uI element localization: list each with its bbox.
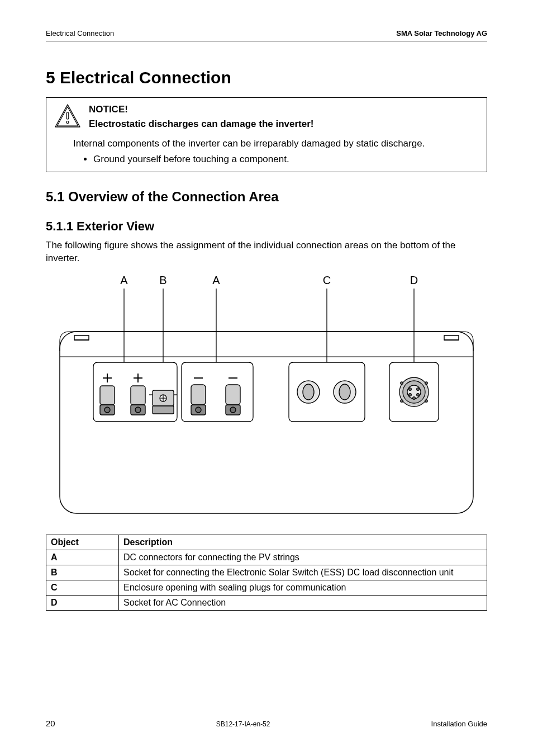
svg-point-45 [417, 394, 420, 396]
svg-point-48 [425, 382, 427, 384]
svg-rect-17 [131, 386, 145, 405]
intro-paragraph: The following figure shows the assignmen… [46, 239, 487, 265]
svg-point-14 [104, 407, 110, 413]
notice-triangle-icon [54, 103, 81, 130]
svg-point-44 [409, 394, 412, 396]
table-header-object: Object [46, 535, 119, 550]
object-description-table: Object Description A DC connectors for c… [46, 535, 487, 611]
svg-point-43 [417, 388, 420, 391]
svg-rect-2 [66, 112, 69, 119]
table-cell-description: Socket for connecting the Electronic Sol… [119, 565, 487, 580]
svg-point-19 [135, 407, 141, 413]
table-cell-object: B [46, 565, 119, 580]
header-rule [46, 41, 487, 41]
svg-point-49 [401, 400, 403, 402]
page: Electrical Connection SMA Solar Technolo… [0, 0, 533, 756]
svg-rect-28 [191, 385, 206, 405]
subsection-heading: 5.1.1 Exterior View [46, 219, 487, 234]
exterior-view-figure: A B A C D [46, 273, 487, 519]
notice-box: NOTICE! Electrostatic discharges can dam… [46, 97, 487, 172]
svg-point-3 [66, 121, 69, 124]
svg-rect-4 [60, 332, 473, 513]
figure-label-a1: A [120, 274, 128, 286]
running-header: Electrical Connection SMA Solar Technolo… [46, 29, 487, 37]
notice-body-text: Internal components of the inverter can … [73, 138, 479, 149]
header-right: SMA Solar Technology AG [396, 29, 487, 37]
svg-point-46 [413, 397, 416, 400]
svg-point-34 [230, 407, 236, 413]
svg-point-50 [425, 400, 427, 402]
footer-guide-label: Installation Guide [431, 720, 487, 728]
chapter-heading: 5 Electrical Connection [46, 68, 487, 87]
figure-label-c: C [323, 274, 331, 286]
notice-bullet-list: Ground yourself before touching a compon… [93, 154, 479, 165]
notice-subheading: Electrostatic discharges can damage the … [89, 119, 314, 130]
header-left: Electrical Connection [46, 29, 114, 37]
table-cell-description: Enclosure opening with sealing plugs for… [119, 580, 487, 595]
notice-header-row: NOTICE! Electrostatic discharges can dam… [54, 103, 479, 130]
svg-rect-32 [226, 385, 240, 405]
figure-label-d: D [410, 274, 418, 286]
exterior-view-svg: A B A C D [54, 273, 479, 519]
section-heading: 5.1 Overview of the Connection Area [46, 189, 487, 205]
table-row: D Socket for AC Connection [46, 595, 487, 610]
figure-label-a2: A [212, 274, 220, 286]
table-row: B Socket for connecting the Electronic S… [46, 565, 487, 580]
table-cell-description: DC connectors for connecting the PV stri… [119, 550, 487, 565]
svg-rect-12 [100, 386, 115, 405]
svg-rect-7 [444, 336, 459, 340]
table-header-row: Object Description [46, 535, 487, 550]
svg-point-42 [409, 388, 412, 391]
table-row: A DC connectors for connecting the PV st… [46, 550, 487, 565]
table-cell-description: Socket for AC Connection [119, 595, 487, 610]
page-footer: 20 SB12-17-IA-en-52 Installation Guide [46, 719, 487, 728]
svg-point-30 [196, 407, 201, 413]
svg-point-47 [401, 382, 403, 384]
notice-bullet-item: Ground yourself before touching a compon… [93, 154, 479, 165]
table-cell-object: C [46, 580, 119, 595]
footer-doc-id: SB12-17-IA-en-52 [216, 720, 270, 728]
table-header-description: Description [119, 535, 487, 550]
figure-label-b: B [159, 274, 166, 286]
footer-page-number: 20 [46, 719, 55, 728]
table-cell-object: D [46, 595, 119, 610]
svg-rect-21 [153, 406, 174, 414]
svg-rect-5 [74, 336, 89, 340]
table-cell-object: A [46, 550, 119, 565]
table-row: C Enclosure opening with sealing plugs f… [46, 580, 487, 595]
notice-label: NOTICE! [89, 104, 314, 115]
svg-point-36 [303, 384, 314, 400]
svg-point-38 [339, 384, 350, 400]
svg-marker-1 [57, 107, 78, 126]
